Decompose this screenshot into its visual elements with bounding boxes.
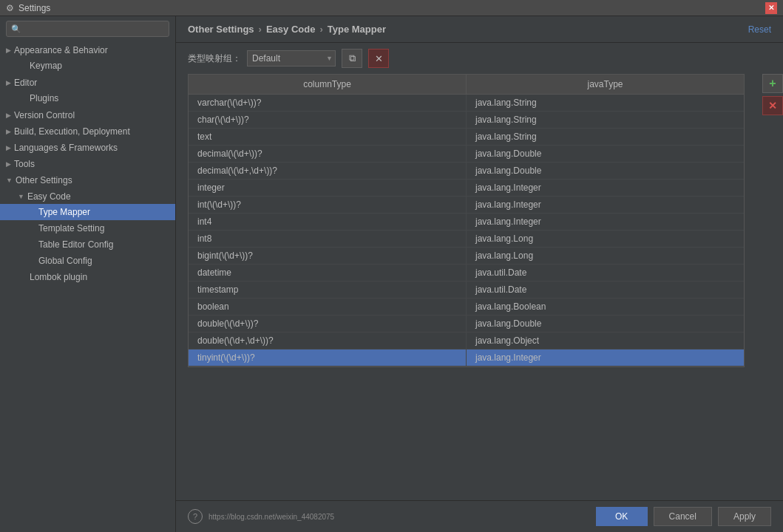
java-type-cell: java.lang.String <box>467 129 744 145</box>
ok-button[interactable]: OK <box>596 507 648 526</box>
sidebar-item-type-mapper[interactable]: Type Mapper <box>0 204 175 220</box>
table-and-buttons: columnType javaType varchar(\(\d+\))? ja… <box>176 74 783 500</box>
table-row[interactable]: datetime java.util.Date <box>189 265 744 282</box>
table-row[interactable]: int(\(\d+\))? java.lang.Integer <box>189 197 744 214</box>
table-row[interactable]: int8 java.lang.Long <box>189 231 744 248</box>
search-box[interactable]: 🔍 <box>6 21 169 37</box>
sidebar-label-build: Build, Execution, Deployment <box>14 126 130 137</box>
add-row-button[interactable]: + <box>762 74 783 93</box>
sidebar-item-build[interactable]: Build, Execution, Deployment <box>0 123 175 139</box>
java-type-cell: java.lang.Integer <box>467 349 744 366</box>
breadcrumb-type-mapper: Type Mapper <box>328 24 386 35</box>
table-row[interactable]: text java.lang.String <box>189 129 744 146</box>
global-config-label: Global Config <box>38 256 92 266</box>
column-type-cell: boolean <box>189 299 467 315</box>
column-type-cell: double(\(\d+,\d+\))? <box>189 332 467 349</box>
breadcrumb: Other Settings › Easy Code › Type Mapper <box>188 24 386 35</box>
keymap-label: Keymap <box>30 61 62 71</box>
sidebar-item-global-config[interactable]: Global Config <box>0 253 175 269</box>
template-setting-label: Template Setting <box>38 223 104 233</box>
content-area: Other Settings › Easy Code › Type Mapper… <box>176 16 783 532</box>
arrow-right-icon <box>6 112 11 119</box>
sidebar-item-lombok[interactable]: Lombok plugin <box>0 269 175 285</box>
sidebar-item-languages[interactable]: Languages & Frameworks <box>0 139 175 155</box>
arrow-right-icon <box>6 144 11 151</box>
java-type-cell: java.lang.Long <box>467 248 744 264</box>
column-type-cell: double(\(\d+\))? <box>189 316 467 332</box>
sidebar-item-tools[interactable]: Tools <box>0 155 175 171</box>
table-row[interactable]: timestamp java.util.Date <box>189 282 744 299</box>
table-row[interactable]: integer java.lang.Integer <box>189 180 744 197</box>
java-type-cell: java.util.Date <box>467 265 744 281</box>
column-type-cell: int(\(\d+\))? <box>189 197 467 213</box>
sidebar-item-table-editor-config[interactable]: Table Editor Config <box>0 236 175 253</box>
table-row[interactable]: boolean java.lang.Boolean <box>189 299 744 316</box>
column-type-header: columnType <box>189 75 467 94</box>
breadcrumb-sep-1: › <box>259 24 262 35</box>
footer: ? https://blog.csdn.net/weixin_44082075 … <box>176 500 783 532</box>
reset-button[interactable]: Reset <box>748 24 771 35</box>
sidebar-label-appearance: Appearance & Behavior <box>14 45 108 55</box>
column-type-cell: char(\(\d+\))? <box>189 112 467 128</box>
arrow-right-icon <box>6 160 11 168</box>
table-row[interactable]: decimal(\(\d+\))? java.lang.Double <box>189 146 744 163</box>
table-header: columnType javaType <box>189 75 744 95</box>
help-button[interactable]: ? <box>188 509 203 524</box>
table-row[interactable]: double(\(\d+\))? java.lang.Double <box>189 316 744 332</box>
java-type-cell: java.lang.Integer <box>467 180 744 196</box>
cancel-button[interactable]: Cancel <box>654 507 712 526</box>
java-type-header: javaType <box>467 75 744 94</box>
breadcrumb-easy-code: Easy Code <box>266 24 315 35</box>
table-row[interactable]: decimal(\(\d+,\d+\))? java.lang.Double <box>189 163 744 180</box>
column-type-cell: decimal(\(\d+\))? <box>189 146 467 162</box>
table-row[interactable]: bigint(\(\d+\))? java.lang.Long <box>189 248 744 265</box>
copy-button[interactable]: ⧉ <box>342 49 362 68</box>
java-type-cell: java.lang.Long <box>467 231 744 247</box>
table-row[interactable]: double(\(\d+,\d+\))? java.lang.Object <box>189 332 744 349</box>
column-type-cell: datetime <box>189 265 467 281</box>
sidebar-item-easy-code[interactable]: Easy Code <box>0 188 175 204</box>
type-mapper-label: 类型映射组： <box>188 52 241 65</box>
sidebar-item-plugins[interactable]: Plugins <box>0 90 175 106</box>
sidebar-item-keymap[interactable]: Keymap <box>0 58 175 74</box>
column-type-cell: varchar(\(\d+\))? <box>189 95 467 111</box>
table-row[interactable]: tinyint(\(\d+\))? java.lang.Integer <box>189 349 744 366</box>
close-button[interactable]: ✕ <box>765 2 777 14</box>
java-type-cell: java.lang.Integer <box>467 197 744 213</box>
sidebar-item-editor[interactable]: Editor <box>0 74 175 90</box>
sidebar-item-other-settings[interactable]: Other Settings <box>0 171 175 188</box>
table-editor-config-label: Table Editor Config <box>38 239 113 250</box>
type-mapper-table: columnType javaType varchar(\(\d+\))? ja… <box>188 74 745 367</box>
sidebar-label-languages: Languages & Frameworks <box>14 143 118 153</box>
apply-button[interactable]: Apply <box>718 507 771 526</box>
plugins-label: Plugins <box>30 93 58 103</box>
footer-url: https://blog.csdn.net/weixin_44082075 <box>209 513 334 521</box>
table-body: varchar(\(\d+\))? java.lang.String char(… <box>189 95 744 366</box>
java-type-cell: java.util.Date <box>467 282 744 298</box>
side-buttons: + ✕ <box>756 74 783 115</box>
breadcrumb-other-settings: Other Settings <box>188 24 254 35</box>
delete-mapping-button[interactable]: ✕ <box>368 49 389 68</box>
sidebar-label-tools: Tools <box>14 159 35 169</box>
title-bar-text: Settings <box>18 3 761 13</box>
column-type-cell: timestamp <box>189 282 467 298</box>
table-row[interactable]: char(\(\d+\))? java.lang.String <box>189 112 744 129</box>
type-mapper-label: Type Mapper <box>38 207 90 217</box>
java-type-cell: java.lang.Boolean <box>467 299 744 315</box>
table-row[interactable]: varchar(\(\d+\))? java.lang.String <box>189 95 744 112</box>
java-type-cell: java.lang.Double <box>467 316 744 332</box>
column-type-cell: int8 <box>189 231 467 247</box>
arrow-right-icon <box>6 47 11 54</box>
sidebar-item-appearance-behavior[interactable]: Appearance & Behavior <box>0 41 175 58</box>
table-row[interactable]: int4 java.lang.Integer <box>189 214 744 231</box>
delete-row-button[interactable]: ✕ <box>762 96 783 115</box>
sidebar-item-version-control[interactable]: Version Control <box>0 106 175 123</box>
sidebar-label-editor: Editor <box>14 78 37 88</box>
search-input[interactable] <box>24 24 164 34</box>
sidebar-label-version-control: Version Control <box>14 110 75 120</box>
lombok-label: Lombok plugin <box>30 272 87 282</box>
sidebar-item-template-setting[interactable]: Template Setting <box>0 220 175 236</box>
type-mapper-bar: 类型映射组： Default ▼ ⧉ ✕ <box>176 43 783 74</box>
type-mapper-dropdown[interactable]: Default <box>247 50 336 66</box>
arrow-down-icon <box>18 193 24 200</box>
